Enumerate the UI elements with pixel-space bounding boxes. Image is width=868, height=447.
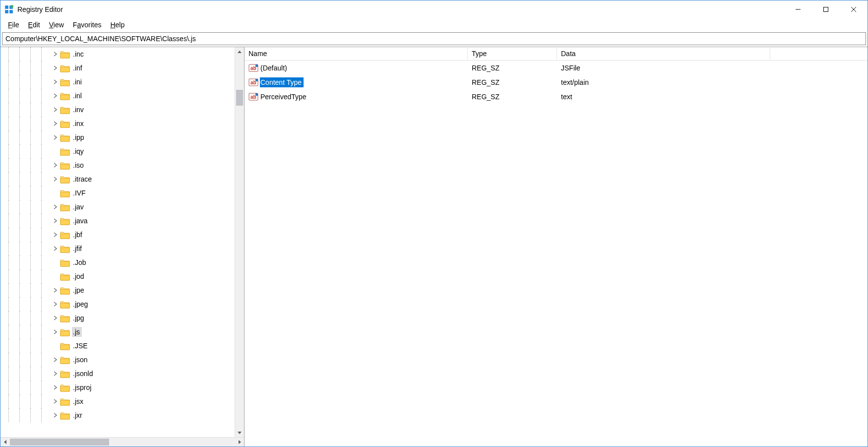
value-name-label: Content Type xyxy=(260,77,304,87)
expand-chevron-icon[interactable] xyxy=(52,203,59,210)
menu-help[interactable]: Help xyxy=(106,20,129,30)
folder-icon xyxy=(60,328,70,336)
scroll-down-arrow-icon[interactable] xyxy=(235,428,244,437)
expand-chevron-icon[interactable] xyxy=(52,356,59,363)
expand-chevron-icon[interactable] xyxy=(52,217,59,224)
expand-chevron-icon[interactable] xyxy=(52,287,59,294)
tree-item[interactable]: .java xyxy=(0,214,234,228)
expand-chevron-icon[interactable] xyxy=(52,384,59,391)
tree-item[interactable]: .jsx xyxy=(0,394,234,408)
tree-item[interactable]: .ipp xyxy=(0,130,234,144)
menu-edit[interactable]: Edit xyxy=(24,20,45,30)
tree-item[interactable]: .inl xyxy=(0,89,234,103)
scroll-right-arrow-icon[interactable] xyxy=(235,438,244,447)
tree-item[interactable]: .jsonld xyxy=(0,367,234,381)
address-bar[interactable]: Computer\HKEY_LOCAL_MACHINE\SOFTWARE\Cla… xyxy=(2,32,866,45)
folder-icon xyxy=(60,64,70,72)
list-body[interactable]: (Default)REG_SZJSFileContent TypeREG_SZt… xyxy=(245,61,868,447)
tree-item[interactable]: .jpe xyxy=(0,283,234,297)
maximize-button[interactable] xyxy=(812,0,840,18)
tree-item[interactable]: .jbf xyxy=(0,228,234,242)
tree-item[interactable]: .Job xyxy=(0,255,234,269)
tree-item[interactable]: .jsproj xyxy=(0,381,234,394)
hscroll-thumb[interactable] xyxy=(10,439,109,446)
expand-chevron-icon[interactable] xyxy=(52,398,59,405)
tree-horizontal-scrollbar[interactable] xyxy=(0,437,244,447)
expand-chevron-icon[interactable] xyxy=(52,78,59,85)
tree-item[interactable]: .json xyxy=(0,353,234,367)
svg-rect-6 xyxy=(824,7,828,12)
tree-scroll-area[interactable]: .inc.inf.ini.inl.inv.inx.ipp.iqy.iso.itr… xyxy=(0,47,235,437)
menu-file[interactable]: File xyxy=(3,20,24,30)
folder-icon xyxy=(60,397,70,406)
tree-item-label: .inx xyxy=(72,119,86,128)
tree-item[interactable]: .jpeg xyxy=(0,297,234,311)
tree-item[interactable]: .jod xyxy=(0,269,234,283)
tree-item[interactable]: .iso xyxy=(0,158,234,172)
expand-chevron-icon[interactable] xyxy=(52,162,59,169)
vscroll-track[interactable] xyxy=(235,57,244,428)
list-row[interactable]: (Default)REG_SZJSFile xyxy=(245,61,868,75)
tree-item[interactable]: .JSE xyxy=(0,339,234,353)
folder-icon xyxy=(60,120,70,128)
col-header-data[interactable]: Data xyxy=(557,48,770,60)
close-button[interactable] xyxy=(840,0,868,18)
tree-item[interactable]: .inx xyxy=(0,117,234,130)
string-value-icon xyxy=(248,92,258,101)
expand-chevron-icon[interactable] xyxy=(52,64,59,71)
tree-item[interactable]: .jav xyxy=(0,200,234,214)
tree-item-label: .jsonld xyxy=(72,369,95,379)
tree-item[interactable]: .jxr xyxy=(0,408,234,422)
tree-vertical-scrollbar[interactable] xyxy=(235,47,244,437)
expand-chevron-icon[interactable] xyxy=(52,134,59,141)
expand-chevron-icon[interactable] xyxy=(52,301,59,308)
expand-chevron-icon[interactable] xyxy=(52,231,59,238)
folder-icon xyxy=(60,231,70,239)
expand-chevron-icon[interactable] xyxy=(52,315,59,321)
expand-chevron-icon[interactable] xyxy=(52,51,59,58)
folder-icon xyxy=(60,411,70,420)
folder-icon xyxy=(60,383,70,392)
tree-item-label: .jav xyxy=(72,202,86,212)
menu-favorites[interactable]: Favorites xyxy=(68,20,106,30)
svg-point-4 xyxy=(10,5,13,8)
tree-item[interactable]: .inv xyxy=(0,103,234,117)
scroll-left-arrow-icon[interactable] xyxy=(0,438,10,447)
tree-item-label: .java xyxy=(72,216,90,226)
expand-chevron-icon[interactable] xyxy=(52,92,59,99)
expand-chevron-icon[interactable] xyxy=(52,370,59,377)
vscroll-thumb[interactable] xyxy=(236,90,243,106)
cell-data: text/plain xyxy=(557,78,770,86)
list-header: Name Type Data xyxy=(245,47,868,61)
tree-item[interactable]: .iqy xyxy=(0,144,234,158)
tree-item-label: .jxr xyxy=(72,410,84,420)
tree-item[interactable]: .inc xyxy=(0,47,234,61)
tree-item[interactable]: .js xyxy=(0,325,234,339)
expand-chevron-icon[interactable] xyxy=(52,328,59,335)
folder-icon xyxy=(60,272,70,281)
menu-view[interactable]: View xyxy=(45,20,68,30)
col-header-name[interactable]: Name xyxy=(245,48,468,60)
tree-item[interactable]: .ini xyxy=(0,75,234,89)
window-title: Registry Editor xyxy=(17,5,784,13)
expand-chevron-icon[interactable] xyxy=(52,120,59,127)
col-header-type[interactable]: Type xyxy=(468,48,557,60)
hscroll-track[interactable] xyxy=(10,438,235,447)
tree-item-label: .jbf xyxy=(72,230,84,240)
tree-item[interactable]: .inf xyxy=(0,61,234,75)
tree-item-label: .js xyxy=(72,327,82,337)
tree-item[interactable]: .jpg xyxy=(0,311,234,325)
scroll-up-arrow-icon[interactable] xyxy=(235,47,244,57)
expand-chevron-icon[interactable] xyxy=(52,245,59,252)
list-row[interactable]: Content TypeREG_SZtext/plain xyxy=(245,75,868,89)
expand-chevron-icon[interactable] xyxy=(52,412,59,419)
tree-item-label: .jfif xyxy=(72,244,84,254)
cell-name: Content Type xyxy=(245,77,468,87)
expand-chevron-icon[interactable] xyxy=(52,176,59,183)
tree-item[interactable]: .jfif xyxy=(0,242,234,255)
tree-item[interactable]: .itrace xyxy=(0,172,234,186)
expand-chevron-icon[interactable] xyxy=(52,106,59,113)
list-row[interactable]: PerceivedTypeREG_SZtext xyxy=(245,89,868,104)
minimize-button[interactable] xyxy=(784,0,812,18)
tree-item[interactable]: .IVF xyxy=(0,186,234,200)
